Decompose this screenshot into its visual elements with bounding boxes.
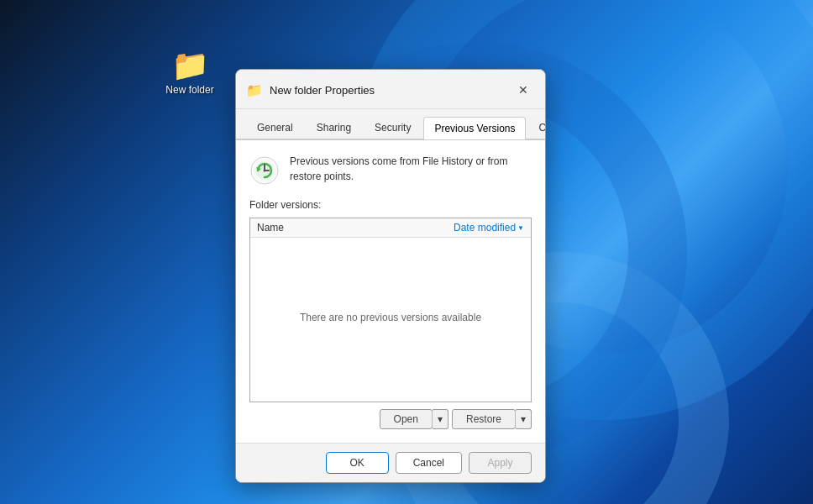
versions-header: Name Date modified [250,218,531,238]
section-label: Folder versions: [249,199,532,211]
file-history-icon [249,155,280,186]
restore-arrow-button[interactable]: ▾ [515,409,532,429]
versions-empty-message: There are no previous versions available [250,238,531,396]
dialog-title-icon: 📁 [246,82,263,98]
versions-list: Name Date modified There are no previous… [249,218,532,402]
apply-button[interactable]: Apply [469,452,532,474]
info-section: Previous versions come from File History… [249,154,532,186]
dialog-title: New folder Properties [270,84,505,97]
desktop: 📁 New folder 📁 New folder Properties ✕ G… [0,0,813,504]
open-arrow-button[interactable]: ▾ [432,409,448,429]
restore-button[interactable]: Restore [452,409,516,429]
properties-dialog: 📁 New folder Properties ✕ General Sharin… [235,69,546,483]
desktop-icon-new-folder[interactable]: 📁 New folder [160,50,220,97]
tab-bar: General Sharing Security Previous Versio… [236,109,545,139]
open-button[interactable]: Open [380,409,433,429]
tab-sharing[interactable]: Sharing [306,116,362,139]
tab-general[interactable]: General [246,116,304,139]
desktop-icon-label: New folder [165,84,213,97]
title-bar: 📁 New folder Properties ✕ [236,70,545,109]
ok-button[interactable]: OK [326,452,389,474]
dialog-footer: OK Cancel Apply [236,443,545,482]
header-name: Name [257,222,454,234]
tab-security[interactable]: Security [364,116,422,139]
action-buttons: Open ▾ Restore ▾ [249,409,532,429]
folder-icon: 📁 [171,50,209,81]
tab-customise[interactable]: Customise [527,116,546,139]
close-button[interactable]: ✕ [511,78,535,102]
tab-previous-versions[interactable]: Previous Versions [423,117,526,139]
info-text: Previous versions come from File History… [290,154,532,184]
header-date[interactable]: Date modified [454,222,524,234]
svg-point-7 [264,170,266,172]
cancel-button[interactable]: Cancel [396,452,462,474]
dialog-content: Previous versions come from File History… [236,139,545,443]
